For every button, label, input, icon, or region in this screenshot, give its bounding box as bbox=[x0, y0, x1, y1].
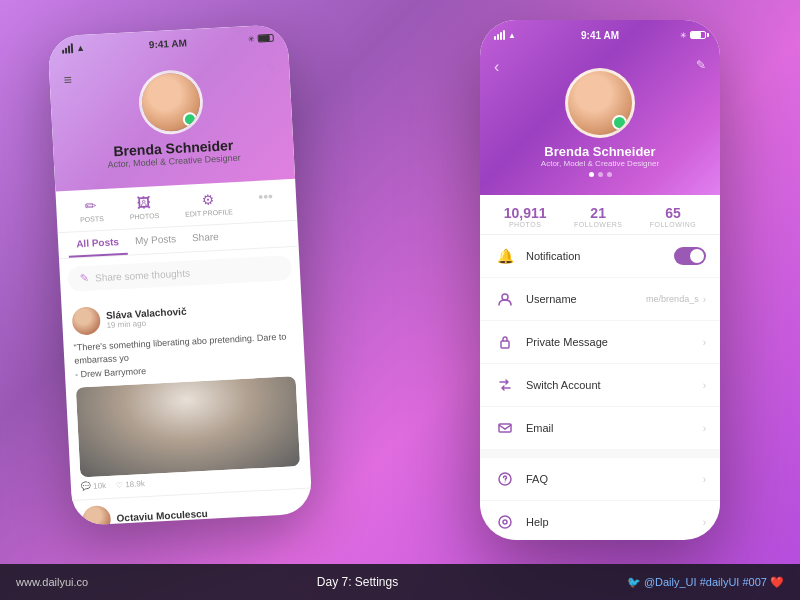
right-bluetooth-icon: ✳ bbox=[680, 31, 687, 40]
private-message-chevron: › bbox=[703, 337, 706, 348]
right-status-bar: ▲ 9:41 AM ✳ bbox=[480, 20, 720, 40]
left-status-bar: ▲ 9:41 AM ✳ bbox=[47, 24, 288, 55]
dot-1 bbox=[589, 172, 594, 177]
right-wifi-icon: ▲ bbox=[508, 31, 516, 40]
switch-account-chevron: › bbox=[703, 380, 706, 391]
stats-row: 10,911 PHOTOS 21 FOLLOWERS 65 FOLLOWING bbox=[480, 195, 720, 235]
username-icon bbox=[494, 288, 516, 310]
toolbar-posts[interactable]: ✏ POSTS bbox=[79, 197, 104, 223]
toolbar-edit-profile[interactable]: ⚙ EDIT PROFILE bbox=[184, 190, 233, 217]
dot-2 bbox=[598, 172, 603, 177]
post-author-avatar bbox=[72, 306, 101, 335]
right-status-icons: ✳ bbox=[248, 33, 274, 43]
settings-notification[interactable]: 🔔 Notification bbox=[480, 235, 720, 278]
settings-list: 🔔 Notification Username me/brenda_s › bbox=[480, 235, 720, 450]
photos-label: PHOTOS bbox=[509, 221, 541, 228]
notification-label: Notification bbox=[526, 250, 674, 262]
right-signal-bars bbox=[494, 30, 505, 40]
switch-account-label: Switch Account bbox=[526, 379, 703, 391]
username-chevron: › bbox=[703, 294, 706, 305]
settings-switch-account[interactable]: Switch Account › bbox=[480, 364, 720, 407]
bar4 bbox=[71, 43, 74, 53]
settings-username[interactable]: Username me/brenda_s › bbox=[480, 278, 720, 321]
post-likes: ♡ 18.9k bbox=[116, 479, 145, 489]
post-header: Sláva Valachovič 19 min ago bbox=[72, 296, 293, 335]
left-signal-icons: ▲ bbox=[62, 43, 85, 54]
followers-count: 21 bbox=[590, 205, 606, 221]
right-avatar bbox=[565, 68, 635, 138]
right-battery-icon bbox=[690, 31, 706, 39]
faq-chevron: › bbox=[703, 474, 706, 485]
email-icon bbox=[494, 417, 516, 439]
help-chevron: › bbox=[703, 517, 706, 528]
tab-my-posts[interactable]: My Posts bbox=[127, 233, 185, 255]
settings-private-message[interactable]: Private Message › bbox=[480, 321, 720, 364]
notification-toggle[interactable] bbox=[674, 247, 706, 265]
faq-icon bbox=[494, 468, 516, 490]
bottom-left: www.dailyui.co bbox=[16, 576, 88, 588]
help-label: Help bbox=[526, 516, 703, 528]
settings-email[interactable]: Email › bbox=[480, 407, 720, 450]
post-author-info: Sláva Valachovič 19 min ago bbox=[106, 306, 188, 330]
toolbar-photos[interactable]: 🖼 PHOTOS bbox=[129, 194, 160, 221]
post-image-inner bbox=[76, 376, 300, 477]
tab-share[interactable]: Share bbox=[184, 231, 228, 252]
left-header: ▲ 9:41 AM ✳ ≡ ✎ Brenda Schneider Actor, … bbox=[47, 24, 295, 191]
bottom-user-avatar bbox=[82, 505, 111, 526]
carousel-dots bbox=[589, 172, 612, 177]
help-icon bbox=[494, 511, 516, 533]
share-input[interactable]: ✎ Share some thoughts bbox=[67, 255, 292, 292]
avatar-face bbox=[140, 72, 201, 133]
settings-faq[interactable]: FAQ › bbox=[480, 458, 720, 501]
svg-rect-1 bbox=[501, 341, 509, 348]
back-arrow-icon[interactable]: ‹ bbox=[494, 58, 499, 76]
left-time: 9:41 AM bbox=[149, 37, 188, 50]
svg-point-6 bbox=[503, 520, 507, 524]
faq-label: FAQ bbox=[526, 473, 703, 485]
stat-photos: 10,911 PHOTOS bbox=[504, 205, 547, 228]
menu-icon[interactable]: ≡ bbox=[63, 71, 72, 87]
stat-followers: 21 FOLLOWERS bbox=[574, 205, 622, 228]
edit-profile-icon: ⚙ bbox=[201, 191, 215, 208]
bottom-user-name: Octaviu Moculescu bbox=[116, 508, 208, 524]
posts-icon: ✏ bbox=[85, 197, 98, 214]
edit-pencil-icon[interactable]: ✎ bbox=[265, 61, 276, 76]
svg-point-4 bbox=[505, 482, 506, 483]
username-value: me/brenda_s bbox=[646, 294, 699, 304]
rbar1 bbox=[494, 36, 496, 40]
bar3 bbox=[68, 45, 70, 53]
phone-right: ▲ 9:41 AM ✳ ‹ ✎ Brenda Schneider Actor, … bbox=[480, 20, 720, 540]
wifi-icon: ▲ bbox=[76, 43, 85, 53]
right-user-subtitle: Actor, Model & Creative Designer bbox=[541, 159, 659, 168]
following-label: FOLLOWING bbox=[650, 221, 697, 228]
phone-left: ▲ 9:41 AM ✳ ≡ ✎ Brenda Schneider Actor, … bbox=[47, 24, 312, 526]
toolbar-more[interactable]: ••• bbox=[258, 188, 274, 214]
right-signal-icons: ▲ bbox=[494, 30, 516, 40]
rbar3 bbox=[500, 32, 502, 40]
notification-icon: 🔔 bbox=[494, 245, 516, 267]
stat-following: 65 FOLLOWING bbox=[650, 205, 697, 228]
battery-fill bbox=[259, 35, 270, 42]
tab-all-posts[interactable]: All Posts bbox=[68, 236, 128, 258]
post-image bbox=[76, 376, 300, 477]
photos-label: PHOTOS bbox=[130, 212, 160, 221]
rbar2 bbox=[497, 34, 499, 40]
bottom-right: 🐦 @Daily_UI #dailyUI #007 ❤️ bbox=[627, 576, 784, 589]
private-message-label: Private Message bbox=[526, 336, 703, 348]
settings-help[interactable]: Help › bbox=[480, 501, 720, 540]
following-count: 65 bbox=[665, 205, 681, 221]
rbar4 bbox=[503, 30, 505, 40]
battery-icon bbox=[258, 34, 274, 43]
edit-profile-label: EDIT PROFILE bbox=[185, 208, 233, 217]
svg-point-0 bbox=[502, 294, 508, 300]
switch-account-icon bbox=[494, 374, 516, 396]
private-message-icon bbox=[494, 331, 516, 353]
share-pencil-icon: ✎ bbox=[80, 272, 90, 285]
right-user-name: Brenda Schneider bbox=[544, 144, 655, 159]
settings-divider bbox=[480, 450, 720, 458]
photos-icon: 🖼 bbox=[136, 194, 151, 211]
right-edit-icon[interactable]: ✎ bbox=[696, 58, 706, 72]
svg-point-5 bbox=[499, 516, 511, 528]
bar1 bbox=[62, 50, 64, 54]
settings-list-2: FAQ › Help › bbox=[480, 458, 720, 540]
